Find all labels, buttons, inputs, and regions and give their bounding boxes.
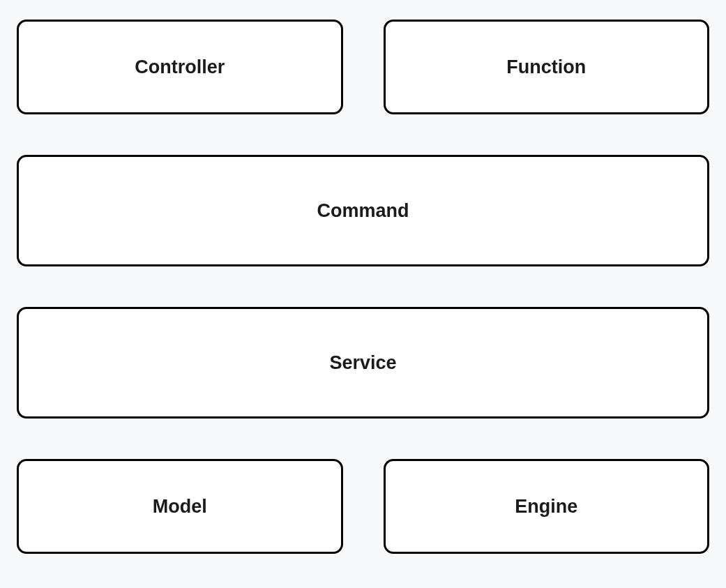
box-controller: Controller	[17, 20, 343, 114]
row-bottom: Model Engine	[17, 459, 709, 554]
box-label: Engine	[515, 496, 577, 518]
box-label: Service	[329, 352, 396, 374]
box-engine: Engine	[384, 459, 710, 554]
box-function: Function	[384, 20, 710, 114]
architecture-diagram: Controller Function Command Service Mode…	[17, 20, 709, 554]
box-label: Controller	[135, 56, 225, 78]
box-model: Model	[17, 459, 343, 554]
box-label: Function	[506, 56, 586, 78]
box-command: Command	[17, 155, 709, 266]
box-label: Model	[153, 496, 207, 518]
row-command: Command	[17, 155, 709, 266]
box-label: Command	[317, 200, 409, 222]
row-top: Controller Function	[17, 20, 709, 114]
row-service: Service	[17, 307, 709, 419]
box-service: Service	[17, 307, 709, 419]
